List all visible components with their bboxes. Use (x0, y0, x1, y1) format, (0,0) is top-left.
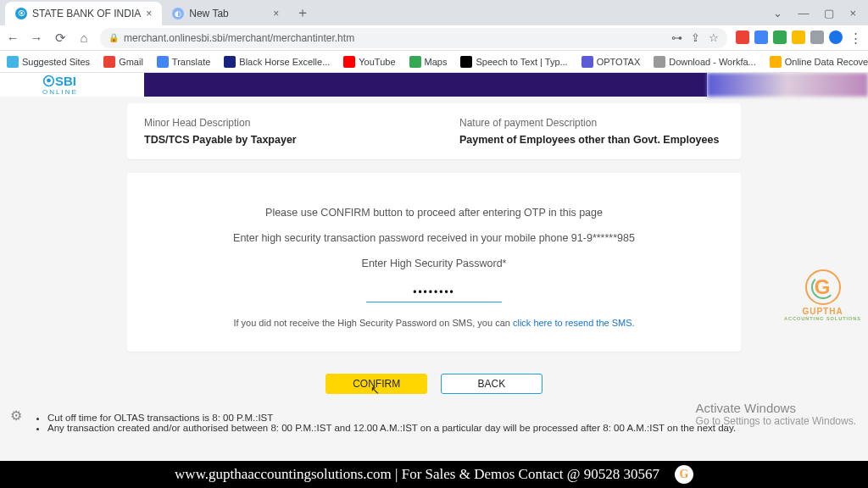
watermark-brand: GUPTHA (784, 307, 861, 316)
star-icon[interactable]: ☆ (709, 31, 719, 44)
bookmark[interactable]: Speech to Text | Typ... (460, 56, 567, 68)
sbi-favicon: ⦿ (15, 8, 27, 19)
watermark-logo: G GUPTHA ACCOUNTING SOLUTIONS (784, 269, 861, 321)
bookmark-icon (7, 56, 19, 68)
tab-strip: ⦿ STATE BANK OF INDIA × ◐ New Tab × ＋ ⌄ … (0, 0, 868, 25)
minor-head-value: TDS/TCS Payable by Taxpayer (144, 134, 409, 146)
bookmarks-bar: Suggested Sites Gmail Translate Black Ho… (0, 51, 868, 73)
activate-windows: Activate Windows Go to Settings to activ… (696, 401, 856, 427)
otp-card: Please use CONFIRM button to proceed aft… (127, 173, 741, 352)
ext-icon[interactable] (810, 30, 824, 44)
reload-icon[interactable]: ⟳ (53, 30, 68, 46)
bookmark[interactable]: Gmail (103, 56, 143, 68)
bookmark[interactable]: Black Horse Excelle... (224, 56, 330, 68)
otp-instruction-2: Enter high security transaction password… (144, 232, 724, 244)
gear-icon[interactable]: ⚙ (10, 408, 22, 424)
watermark-ring-icon: G (805, 269, 841, 305)
back-button[interactable]: BACK (441, 374, 542, 394)
otp-instruction-1: Please use CONFIRM button to proceed aft… (144, 207, 724, 219)
bookmark-label: Black Horse Excelle... (239, 57, 330, 67)
resend-line: If you did not receive the High Security… (144, 318, 724, 328)
logo-subtext: ONLINE (42, 88, 78, 96)
bookmark[interactable]: YouTube (343, 56, 395, 68)
watermark-sub: ACCOUNTING SOLUTIONS (784, 316, 861, 321)
activate-title: Activate Windows (696, 401, 856, 415)
lock-icon: 🔒 (108, 33, 119, 42)
nature-value: Payment of Employees other than Govt. Em… (459, 134, 724, 146)
home-icon[interactable]: ⌂ (76, 30, 92, 45)
menu-icon[interactable]: ⋮ (848, 30, 863, 46)
confirm-button[interactable]: CONFIRM ↖ (326, 374, 427, 394)
extensions: ⋮ (736, 30, 863, 46)
ext-icon[interactable] (736, 30, 749, 44)
back-icon[interactable]: ← (5, 30, 20, 45)
bookmark-label: Suggested Sites (22, 57, 90, 67)
ext-icon[interactable] (754, 30, 768, 44)
bookmark-icon (103, 56, 115, 68)
bookmark-icon (460, 56, 472, 68)
close-icon[interactable]: × (146, 8, 152, 19)
forward-icon[interactable]: → (29, 30, 44, 45)
page-content: ⦿SBI ONLINE Minor Head Description TDS/T… (0, 73, 868, 461)
new-tab-button[interactable]: ＋ (289, 4, 316, 22)
otp-input[interactable] (366, 283, 502, 302)
bookmark[interactable]: Suggested Sites (7, 56, 90, 68)
blurred-region (707, 73, 868, 97)
minimize-icon[interactable]: — (798, 7, 809, 19)
address-bar[interactable]: 🔒 merchant.onlinesbi.sbi/merchant/mercha… (100, 28, 727, 48)
resend-link[interactable]: click here to resend the SMS. (513, 318, 635, 328)
bookmark-icon (409, 56, 421, 68)
close-window-icon[interactable]: × (849, 7, 856, 19)
bookmark-label: Download - Workfa... (669, 57, 756, 67)
bookmark[interactable]: Maps (409, 56, 448, 68)
activate-sub: Go to Settings to activate Windows. (696, 415, 856, 427)
tab-title: STATE BANK OF INDIA (32, 8, 141, 19)
bookmark-label: Speech to Text | Typ... (476, 57, 567, 67)
bookmark-label: Maps (425, 57, 448, 67)
chrome-favicon: ◐ (172, 8, 184, 19)
url-text: merchant.onlinesbi.sbi/merchant/merchant… (124, 32, 354, 44)
bookmark-icon (224, 56, 236, 68)
otp-instruction-3: Enter High Security Password* (144, 258, 724, 269)
bookmark-icon (157, 56, 169, 68)
summary-card: Minor Head Description TDS/TCS Payable b… (127, 103, 741, 159)
resend-prefix: If you did not receive the High Security… (233, 318, 513, 328)
ext-icon[interactable] (773, 30, 787, 44)
bookmark-label: Online Data Recove... (785, 57, 868, 67)
cursor-icon: ↖ (370, 381, 380, 400)
tab-newtab[interactable]: ◐ New Tab × (162, 2, 289, 25)
bookmark-icon (654, 56, 665, 68)
tab-sbi[interactable]: ⦿ STATE BANK OF INDIA × (5, 2, 162, 25)
bookmark-label: Gmail (119, 57, 143, 67)
share-icon[interactable]: ⇪ (691, 31, 700, 44)
bookmark-icon (770, 56, 782, 68)
button-row: CONFIRM ↖ BACK (0, 374, 868, 394)
nature-label: Nature of payment Description (459, 117, 724, 129)
bookmark-icon (343, 56, 355, 68)
ext-icon[interactable] (792, 30, 805, 44)
footer-logo-icon: G (675, 465, 693, 484)
header-band (144, 73, 707, 97)
bookmark-label: OPTOTAX (597, 57, 641, 67)
bookmark[interactable]: Translate (157, 56, 210, 68)
bookmark[interactable]: Online Data Recove... (770, 56, 868, 68)
avatar[interactable] (829, 30, 843, 44)
top-band: ⦿SBI ONLINE (0, 73, 868, 97)
address-row: ← → ⟳ ⌂ 🔒 merchant.onlinesbi.sbi/merchan… (0, 25, 868, 51)
bookmark[interactable]: Download - Workfa... (654, 56, 756, 68)
bookmark[interactable]: OPTOTAX (581, 56, 641, 68)
tab-title: New Tab (189, 8, 228, 19)
key-icon[interactable]: ⊶ (671, 31, 682, 44)
bookmark-label: Translate (172, 57, 210, 67)
minor-head-label: Minor Head Description (144, 117, 409, 129)
footer-text: www.gupthaaccountingsolutions.com | For … (175, 466, 659, 483)
sbi-logo: ⦿SBI ONLINE (0, 73, 144, 97)
bookmark-icon (581, 56, 593, 68)
close-icon[interactable]: × (273, 8, 279, 19)
browser-chrome: ⦿ STATE BANK OF INDIA × ◐ New Tab × ＋ ⌄ … (0, 0, 868, 73)
maximize-icon[interactable]: ▢ (824, 7, 834, 19)
logo-text: ⦿SBI (42, 74, 78, 88)
footer-banner: www.gupthaaccountingsolutions.com | For … (0, 461, 868, 488)
chevron-down-icon[interactable]: ⌄ (773, 7, 782, 19)
bookmark-label: YouTube (359, 57, 395, 67)
